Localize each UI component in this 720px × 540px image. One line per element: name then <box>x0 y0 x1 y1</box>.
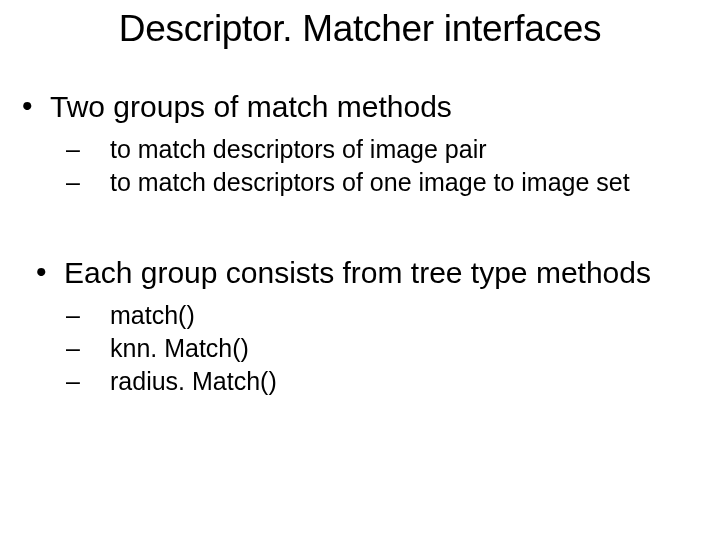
slide-title: Descriptor. Matcher interfaces <box>0 8 720 50</box>
bullet-text: Each group consists from tree type metho… <box>64 254 651 292</box>
sub-bullet-text: to match descriptors of image pair <box>110 134 487 165</box>
slide: Descriptor. Matcher interfaces • Two gro… <box>0 0 720 540</box>
bullet-marker: • <box>36 254 64 290</box>
sub-bullet-text: radius. Match() <box>110 366 277 397</box>
sub-bullet-text: to match descriptors of one image to ima… <box>110 167 630 198</box>
bullet-item: • Each group consists from tree type met… <box>0 254 720 292</box>
sub-bullet-item: – to match descriptors of image pair <box>0 134 720 165</box>
sub-bullet-marker: – <box>66 333 110 363</box>
bullet-group-2: • Each group consists from tree type met… <box>0 254 720 397</box>
bullet-marker: • <box>22 88 50 124</box>
bullet-group-1: • Two groups of match methods – to match… <box>0 88 720 198</box>
sub-bullet-marker: – <box>66 366 110 396</box>
sub-bullet-item: – match() <box>0 300 720 331</box>
bullet-text: Two groups of match methods <box>50 88 452 126</box>
sub-bullet-item: – to match descriptors of one image to i… <box>0 167 720 198</box>
sub-bullet-item: – radius. Match() <box>0 366 720 397</box>
sub-bullet-marker: – <box>66 134 110 164</box>
sub-bullet-marker: – <box>66 167 110 197</box>
sub-bullet-item: – knn. Match() <box>0 333 720 364</box>
bullet-item: • Two groups of match methods <box>0 88 720 126</box>
sub-bullet-marker: – <box>66 300 110 330</box>
sub-bullet-text: match() <box>110 300 195 331</box>
sub-bullet-text: knn. Match() <box>110 333 249 364</box>
